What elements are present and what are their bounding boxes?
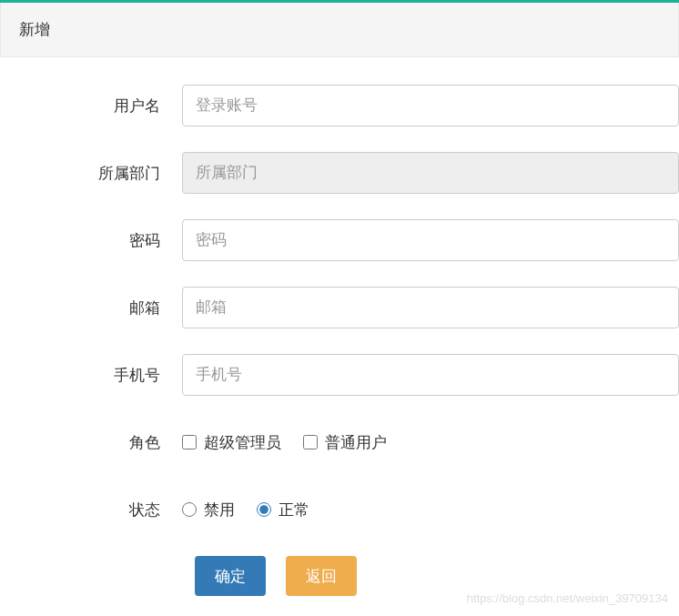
status-radio-normal[interactable]: 正常 <box>257 500 309 520</box>
status-radio-group: 禁用 正常 <box>182 489 679 530</box>
role-checkbox-group: 超级管理员 普通用户 <box>182 421 679 463</box>
form-row-password: 密码 <box>0 219 679 261</box>
watermark: https://blog.csdn.net/weixin_39709134 <box>467 591 668 605</box>
role-checkbox-normaluser-label: 普通用户 <box>325 432 387 453</box>
role-label: 角色 <box>0 432 182 453</box>
form-row-status: 状态 禁用 正常 <box>0 489 679 530</box>
form-row-department: 所属部门 <box>0 152 679 194</box>
status-radio-normal-input[interactable] <box>257 502 271 517</box>
email-input[interactable] <box>182 287 679 328</box>
form-row-username: 用户名 <box>0 85 679 126</box>
department-label: 所属部门 <box>0 163 182 184</box>
back-button[interactable]: 返回 <box>286 556 357 596</box>
role-checkbox-superadmin-label: 超级管理员 <box>204 432 281 453</box>
username-input[interactable] <box>182 85 679 126</box>
form-row-email: 邮箱 <box>0 287 679 328</box>
form-row-role: 角色 超级管理员 普通用户 <box>0 421 679 463</box>
status-radio-normal-label: 正常 <box>279 500 309 520</box>
status-radio-disabled-label: 禁用 <box>204 500 235 520</box>
status-label: 状态 <box>0 500 182 520</box>
form-container: 用户名 所属部门 密码 邮箱 手机号 角色 <box>0 57 679 596</box>
password-label: 密码 <box>0 230 182 251</box>
role-checkbox-superadmin-input[interactable] <box>182 435 197 449</box>
status-radio-disabled-input[interactable] <box>182 502 197 517</box>
phone-label: 手机号 <box>0 365 182 386</box>
role-checkbox-superadmin[interactable]: 超级管理员 <box>182 432 281 453</box>
department-input[interactable] <box>182 152 679 194</box>
page-header: 新增 <box>0 3 679 57</box>
confirm-button[interactable]: 确定 <box>195 556 266 596</box>
role-checkbox-normaluser-input[interactable] <box>303 435 318 449</box>
form-row-phone: 手机号 <box>0 354 679 396</box>
role-checkbox-normaluser[interactable]: 普通用户 <box>303 432 387 453</box>
email-label: 邮箱 <box>0 298 182 318</box>
phone-input[interactable] <box>182 354 679 396</box>
username-label: 用户名 <box>0 96 182 116</box>
password-input[interactable] <box>182 219 679 261</box>
button-row: 确定 返回 <box>195 556 679 596</box>
page-title: 新增 <box>19 21 50 38</box>
status-radio-disabled[interactable]: 禁用 <box>182 500 235 520</box>
